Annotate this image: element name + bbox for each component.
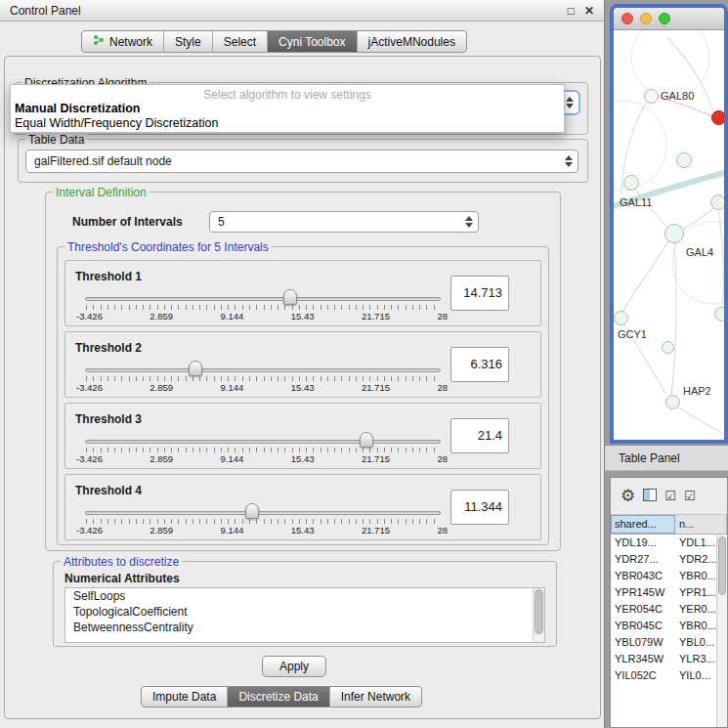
tick-label: 2.859 — [150, 311, 173, 321]
close-traffic-light-icon[interactable] — [621, 13, 633, 24]
column-header-name[interactable]: n... — [675, 515, 727, 534]
tab-infer-network[interactable]: Infer Network — [330, 687, 421, 707]
numerical-attributes-list: SelfLoopsTopologicalCoefficientBetweenne… — [64, 587, 545, 643]
threshold-slider[interactable]: -3.4262.8599.14415.4321.71528 — [85, 364, 441, 397]
slider-track[interactable] — [85, 297, 441, 301]
number-of-intervals-combobox[interactable]: 5 — [209, 211, 479, 233]
threshold-value-field[interactable]: 14.713 — [450, 276, 509, 311]
control-panel-tabs: Network Style Select Cyni Toolbox jActiv… — [81, 30, 467, 53]
tick-label: 15.43 — [291, 525, 315, 535]
slider-track[interactable] — [85, 368, 441, 372]
threshold-label: Threshold 3 — [75, 412, 142, 426]
cyni-bottom-tabs: Impute Data Discretize Data Infer Networ… — [141, 686, 422, 707]
network-node[interactable] — [623, 175, 639, 191]
network-node-gal80[interactable] — [644, 89, 659, 104]
table-scrollbar[interactable] — [716, 535, 727, 727]
network-node-gcy1[interactable] — [614, 311, 628, 325]
threshold-value-field[interactable]: 11.344 — [450, 490, 509, 525]
tick-label: 21.715 — [362, 453, 390, 464]
dropdown-option-equal-width-frequency[interactable]: Equal Width/Frequency Discretization — [11, 116, 564, 131]
float-window-icon[interactable]: □ — [568, 4, 575, 18]
table-row[interactable]: YBR045CYBR0... — [611, 618, 716, 634]
table-settings-gear-icon[interactable]: ⚙ — [621, 488, 635, 504]
table-header-row: shared... n... — [611, 515, 727, 535]
numerical-attributes-label: Numerical Attributes — [64, 572, 180, 585]
tab-style[interactable]: Style — [164, 31, 213, 52]
table-row[interactable]: YER054CYER0... — [611, 601, 716, 618]
network-node-highlighted[interactable] — [711, 110, 724, 125]
slider-thumb[interactable] — [189, 361, 202, 376]
table-row[interactable]: YPR145WYPR1... — [611, 584, 716, 601]
tick-label: 28 — [437, 453, 448, 464]
table-scrollbar-thumb[interactable] — [718, 536, 726, 595]
tab-network[interactable]: Network — [82, 31, 164, 52]
table-row[interactable]: YDR27...YDR2... — [611, 551, 716, 568]
table-row[interactable]: YLR345WYLR3... — [611, 651, 716, 667]
table-toolbar: ⚙ ☑ ☑ — [611, 478, 727, 515]
network-node-hap2[interactable] — [665, 395, 680, 409]
threshold-slider[interactable]: -3.4262.8599.14415.4321.71528 — [85, 292, 441, 325]
node-label-gal80: GAL80 — [661, 90, 694, 102]
slider-ticks — [86, 519, 441, 524]
table-panel-header: Table Panel — [605, 445, 728, 471]
node-label-gcy1: GCY1 — [618, 328, 647, 340]
list-item[interactable]: BetweennessCentrality — [65, 620, 544, 635]
slider-scale-labels: -3.4262.8599.14415.4321.71528 — [76, 525, 448, 535]
unselect-columns-icon[interactable]: ☑ — [684, 490, 696, 502]
column-header-shared-name[interactable]: shared... — [611, 515, 675, 534]
threshold-slider[interactable]: -3.4262.8599.14415.4321.71528 — [85, 506, 441, 539]
slider-thumb[interactable] — [360, 432, 373, 448]
dropdown-option-manual-discretization[interactable]: Manual Discretization — [11, 102, 564, 116]
table-row[interactable]: YIL052CYIL0... — [611, 667, 716, 684]
tab-cyni-toolbox[interactable]: Cyni Toolbox — [268, 31, 357, 52]
slider-thumb[interactable] — [283, 289, 297, 305]
zoom-traffic-light-icon[interactable] — [659, 13, 670, 24]
table-row[interactable]: YBL079WYBL0... — [611, 634, 716, 651]
tab-jactivemnodules[interactable]: jActiveMNodules — [358, 31, 466, 52]
show-columns-icon[interactable] — [643, 489, 657, 503]
list-item[interactable]: SelfLoops — [65, 588, 544, 604]
table-row[interactable]: YBR043CYBR0... — [611, 568, 716, 584]
table-row[interactable]: YDL19...YDL1... — [611, 535, 716, 551]
slider-scale-labels: -3.4262.8599.14415.4321.71528 — [76, 453, 448, 464]
table-data-combobox[interactable]: galFiltered.sif default node — [25, 150, 578, 173]
table-cell: YBL079W — [611, 634, 675, 651]
node-label-gal11: GAL11 — [620, 196, 652, 208]
tab-impute-data[interactable]: Impute Data — [142, 687, 228, 707]
slider-track[interactable] — [85, 440, 441, 444]
list-item[interactable]: TopologicalCoefficient — [65, 604, 544, 620]
tab-discretize-data[interactable]: Discretize Data — [228, 687, 329, 707]
slider-track[interactable] — [85, 511, 441, 515]
tab-label: Network — [109, 35, 152, 49]
table-cell: YLR345W — [611, 651, 675, 667]
network-node[interactable] — [710, 194, 724, 210]
network-node[interactable] — [662, 341, 674, 354]
tab-select[interactable]: Select — [213, 31, 268, 52]
table-panel-window: ⚙ ☑ ☑ shared... n... YDL19...YDL1...YDR2… — [610, 477, 728, 728]
number-of-intervals-value: 5 — [218, 215, 225, 229]
tick-label: 15.43 — [291, 382, 315, 393]
tick-label: 15.43 — [291, 311, 315, 321]
table-cell: YBR045C — [611, 618, 675, 634]
select-all-columns-icon[interactable]: ☑ — [664, 490, 676, 502]
right-region: GAL80 GAL11 GAL4 GCY1 HAP2 Table Panel ⚙… — [605, 0, 728, 728]
table-cell: YDL19... — [611, 535, 675, 551]
close-window-icon[interactable]: ✕ — [584, 4, 594, 18]
tick-label: 2.859 — [150, 453, 173, 464]
threshold-value-field[interactable]: 6.316 — [450, 347, 509, 382]
table-cell: YBL0... — [675, 634, 716, 651]
threshold-value-field[interactable]: 21.4 — [450, 418, 509, 453]
network-canvas[interactable]: GAL80 GAL11 GAL4 GCY1 HAP2 — [614, 30, 724, 440]
list-scrollbar[interactable] — [533, 588, 544, 642]
control-panel-window: Control Panel □ ✕ Network Style Select C… — [0, 0, 605, 728]
list-scrollbar-thumb[interactable] — [535, 589, 543, 634]
algorithm-dropdown-popup: Select algorithm to view settings Manual… — [10, 84, 565, 133]
network-node-gal4[interactable] — [664, 224, 684, 243]
threshold-slider[interactable]: -3.4262.8599.14415.4321.71528 — [85, 435, 441, 468]
apply-button[interactable]: Apply — [262, 656, 326, 677]
network-node[interactable] — [714, 307, 724, 321]
tick-label: 9.144 — [221, 382, 244, 393]
minimize-traffic-light-icon[interactable] — [640, 13, 652, 24]
slider-thumb[interactable] — [245, 503, 259, 519]
network-node[interactable] — [676, 152, 692, 168]
